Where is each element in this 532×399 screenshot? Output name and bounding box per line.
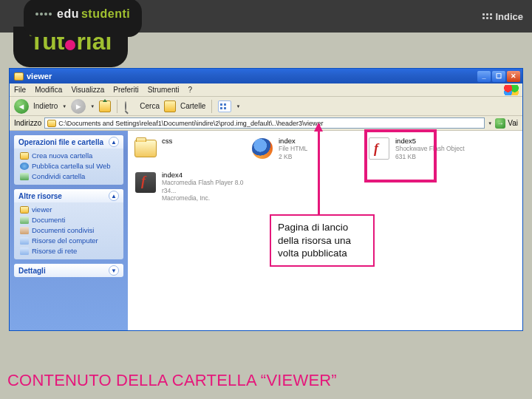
task-label: Documenti condivisi bbox=[32, 226, 94, 234]
menu-file[interactable]: File bbox=[10, 86, 30, 94]
task-viewer[interactable]: viewer bbox=[20, 205, 117, 214]
explorer-window: viewer _ ☐ ✕ File Modifica Visualizza Pr… bbox=[9, 68, 523, 331]
explorer-body: Operazioni file e cartella ▲ Crea nuova … bbox=[10, 131, 522, 330]
file-name: css bbox=[162, 137, 172, 145]
maximize-button[interactable]: ☐ bbox=[492, 71, 505, 82]
shared-docs-icon bbox=[20, 227, 29, 234]
callout-box: Pagina di lancio della risorsa una volta… bbox=[270, 214, 375, 267]
address-folder-icon bbox=[47, 120, 56, 127]
folders-button[interactable] bbox=[164, 100, 176, 112]
task-label: Crea nuova cartella bbox=[32, 151, 92, 160]
task-share-folder[interactable]: Condividi cartella bbox=[20, 172, 117, 180]
folder-icon bbox=[134, 140, 157, 157]
windows-flag-icon bbox=[503, 85, 519, 95]
task-label: viewer bbox=[32, 205, 52, 214]
folder-icon bbox=[20, 206, 29, 214]
task-head-other[interactable]: Altre risorse ▲ bbox=[14, 189, 123, 202]
task-label: Risorse di rete bbox=[32, 247, 77, 255]
indice-dots-icon bbox=[482, 13, 492, 19]
forward-dropdown-icon[interactable]: ▼ bbox=[90, 104, 95, 109]
task-group-file-ops: Operazioni file e cartella ▲ Crea nuova … bbox=[14, 135, 123, 185]
minimize-button[interactable]: _ bbox=[477, 71, 491, 82]
folders-label[interactable]: Cartelle bbox=[180, 102, 205, 110]
title-bar[interactable]: viewer _ ☐ ✕ bbox=[10, 69, 522, 83]
file-name: index bbox=[279, 137, 307, 145]
slide: edustudenti Indice Tutrial viewer _ ☐ ✕ … bbox=[0, 0, 532, 399]
task-label: Condividi cartella bbox=[32, 172, 85, 180]
toolbar-separator bbox=[211, 100, 212, 113]
task-label: Documenti bbox=[32, 216, 65, 224]
search-label[interactable]: Cerca bbox=[140, 102, 160, 110]
go-arrow-icon: → bbox=[495, 118, 505, 129]
menu-bar: File Modifica Visualizza Preferiti Strum… bbox=[10, 83, 522, 97]
file-item-index[interactable]: index File HTML 2 KB bbox=[250, 137, 360, 160]
task-title-other: Altre risorse bbox=[18, 192, 62, 200]
task-shared-docs[interactable]: Documenti condivisi bbox=[20, 226, 117, 234]
collapse-icon[interactable]: ▲ bbox=[109, 137, 119, 147]
new-folder-icon bbox=[20, 152, 29, 160]
up-button[interactable] bbox=[99, 100, 111, 112]
flash-player-icon bbox=[135, 172, 156, 193]
task-head-details[interactable]: Dettagli ▼ bbox=[14, 264, 123, 277]
my-computer-icon bbox=[20, 237, 29, 245]
task-documents[interactable]: Documenti bbox=[20, 216, 117, 224]
address-path: C:\Documents and Settings\releaf1\Docume… bbox=[58, 120, 323, 127]
toolbar: ◄ Indietro ▼ ► ▼ Cerca Cartelle ▼ bbox=[10, 97, 522, 116]
search-icon bbox=[125, 101, 126, 111]
address-input[interactable]: C:\Documents and Settings\releaf1\Docume… bbox=[44, 117, 485, 129]
file-type: Macromedia Flash Player 8.0 r34... bbox=[162, 179, 252, 194]
address-dropdown-icon[interactable]: ▼ bbox=[488, 121, 492, 126]
globe-icon bbox=[20, 163, 29, 170]
callout-arrow-icon bbox=[318, 124, 320, 216]
file-item-index5[interactable]: index5 Shockwave Flash Object 631 KB bbox=[367, 137, 477, 160]
indice-text: Indice bbox=[495, 11, 523, 22]
back-button[interactable]: ◄ bbox=[14, 99, 29, 114]
collapse-icon[interactable]: ▲ bbox=[109, 191, 119, 201]
file-type: Shockwave Flash Object bbox=[395, 145, 465, 152]
menu-favorites[interactable]: Preferiti bbox=[109, 86, 143, 94]
firefox-icon bbox=[252, 138, 273, 159]
file-size: 631 KB bbox=[395, 153, 465, 160]
views-dropdown-icon[interactable]: ▼ bbox=[236, 104, 240, 109]
file-name: index5 bbox=[395, 137, 465, 145]
share-icon bbox=[20, 173, 29, 180]
tutorial-dot-icon bbox=[65, 40, 75, 50]
menu-tools[interactable]: Strumenti bbox=[143, 86, 184, 94]
address-label: Indirizzo bbox=[14, 119, 41, 127]
brand-pill: edustudenti bbox=[24, 0, 142, 37]
views-button[interactable] bbox=[218, 100, 231, 112]
file-item-index4[interactable]: index4 Macromedia Flash Player 8.0 r34..… bbox=[134, 171, 252, 202]
task-new-folder[interactable]: Crea nuova cartella bbox=[20, 151, 117, 160]
window-title: viewer bbox=[27, 72, 52, 81]
task-my-computer[interactable]: Risorse del computer bbox=[20, 236, 117, 245]
task-title-file-ops: Operazioni file e cartella bbox=[18, 138, 103, 146]
task-title-details: Dettagli bbox=[18, 267, 46, 275]
close-button[interactable]: ✕ bbox=[507, 71, 520, 82]
folder-icon bbox=[14, 72, 24, 81]
brand-green: studenti bbox=[81, 7, 130, 21]
back-label[interactable]: Indietro bbox=[33, 102, 58, 110]
task-head-file-ops[interactable]: Operazioni file e cartella ▲ bbox=[14, 135, 123, 149]
file-type: File HTML bbox=[279, 145, 307, 152]
task-label: Risorse del computer bbox=[32, 236, 98, 245]
go-button[interactable]: → Vai bbox=[495, 118, 518, 129]
documents-icon bbox=[20, 216, 29, 224]
menu-edit[interactable]: Modifica bbox=[30, 86, 66, 94]
task-network[interactable]: Risorse di rete bbox=[20, 247, 117, 255]
callout-text: Pagina di lancio della risorsa una volta… bbox=[278, 222, 351, 259]
task-publish-web[interactable]: Pubblica cartella sul Web bbox=[20, 162, 117, 170]
menu-view[interactable]: Visualizza bbox=[66, 86, 109, 94]
file-item-css[interactable]: css bbox=[134, 137, 243, 160]
go-label: Vai bbox=[508, 119, 518, 127]
forward-button[interactable]: ► bbox=[71, 99, 86, 114]
back-dropdown-icon[interactable]: ▼ bbox=[62, 104, 66, 109]
swf-icon bbox=[369, 137, 389, 160]
search-button[interactable] bbox=[123, 100, 135, 112]
expand-icon[interactable]: ▼ bbox=[109, 265, 119, 276]
toolbar-separator bbox=[117, 100, 117, 113]
menu-help[interactable]: ? bbox=[183, 86, 197, 94]
task-group-details: Dettagli ▼ bbox=[14, 264, 123, 277]
slide-caption: CONTENUTO DELLA CARTELLA “VIEWER” bbox=[7, 371, 337, 390]
task-label: Pubblica cartella sul Web bbox=[32, 162, 111, 170]
address-bar: Indirizzo C:\Documents and Settings\rele… bbox=[10, 116, 522, 131]
